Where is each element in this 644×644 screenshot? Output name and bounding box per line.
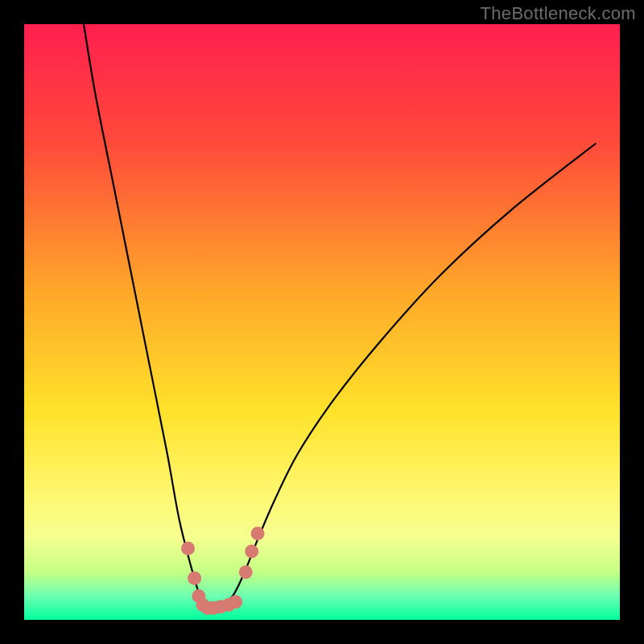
bottleneck-chart xyxy=(0,0,644,644)
data-marker xyxy=(251,526,265,540)
data-marker xyxy=(181,542,195,555)
plot-background xyxy=(24,24,620,620)
watermark-text: TheBottleneck.com xyxy=(481,3,636,24)
data-marker xyxy=(188,572,201,585)
data-marker xyxy=(229,595,242,609)
svg-rect-2 xyxy=(0,0,24,644)
data-marker xyxy=(239,565,253,579)
svg-rect-1 xyxy=(0,620,644,644)
svg-rect-3 xyxy=(620,0,644,644)
data-marker xyxy=(245,544,258,558)
chart-frame: TheBottleneck.com xyxy=(0,0,644,644)
